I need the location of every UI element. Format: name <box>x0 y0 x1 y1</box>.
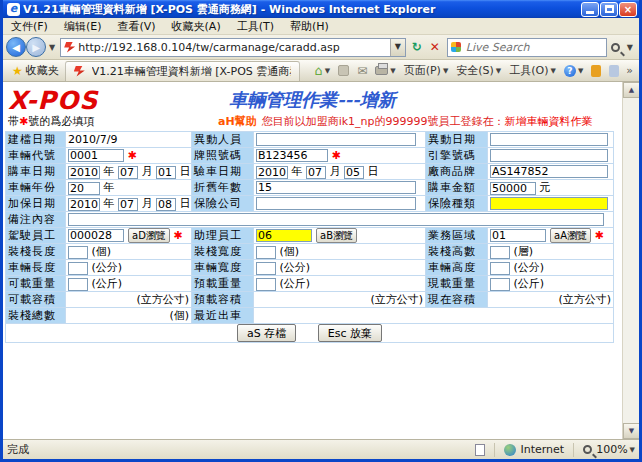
purchase-amount-input[interactable] <box>490 182 536 195</box>
vehicle-length-input[interactable] <box>68 262 88 275</box>
inspect-year-input[interactable] <box>256 166 288 179</box>
scroll-up-icon[interactable]: ▲ <box>623 82 639 98</box>
insure-day-input[interactable] <box>156 198 176 211</box>
menu-tools[interactable]: 工具(T) <box>229 19 282 34</box>
asp-page-icon <box>64 42 75 53</box>
address-bar: ▼ <box>60 38 406 57</box>
required-mark: ✱ <box>128 149 137 162</box>
menu-edit[interactable]: 编辑(E) <box>56 19 110 34</box>
label-vehicle-code: 車輛代號 <box>6 148 66 164</box>
stop-icon[interactable]: ✕ <box>426 38 444 57</box>
cancel-button[interactable]: Esc 放棄 <box>318 324 382 342</box>
assistant-input[interactable] <box>256 229 312 242</box>
help-link[interactable]: aH幫助 <box>218 115 257 128</box>
unit-layer: (層) <box>514 245 534 258</box>
pallet-height-input[interactable] <box>490 246 510 259</box>
purchase-year-input[interactable] <box>68 166 100 179</box>
insure-year-input[interactable] <box>68 198 100 211</box>
zoom-control[interactable]: 100% ▼ <box>579 443 635 456</box>
insure-month-input[interactable] <box>118 198 138 211</box>
purchase-month-input[interactable] <box>118 166 138 179</box>
feeds-button[interactable] <box>334 65 353 76</box>
modify-date-input[interactable] <box>490 133 608 146</box>
menu-help[interactable]: 帮助(H) <box>282 19 337 34</box>
depreciation-input[interactable] <box>256 181 416 194</box>
extra-button-2[interactable] <box>605 65 623 77</box>
search-input[interactable] <box>464 40 613 55</box>
close-button[interactable]: × <box>619 2 637 17</box>
address-dropdown-icon[interactable]: ▼ <box>390 39 405 56</box>
toolbar-overflow-icon[interactable]: » <box>623 64 636 77</box>
history-dropdown-icon[interactable]: ▼ <box>46 43 58 52</box>
insurer-input[interactable] <box>256 197 416 210</box>
unit-year: 年 <box>104 165 115 178</box>
unit-piece: (個) <box>280 245 300 258</box>
tab-bar: ★ 收藏夹 V1.21車輛管理資料新增 [X-POS 雲通商務網] ⌂▼ ✉ ▼… <box>3 60 639 82</box>
purchase-day-input[interactable] <box>156 166 176 179</box>
login-status-line: aH幫助您目前以加盟商ik1_np的999999號員工登錄在：新增車輛資料作業 <box>218 114 593 129</box>
refresh-icon[interactable]: ↻ <box>408 38 426 57</box>
safety-menu[interactable]: 安全(S)▼ <box>452 63 505 78</box>
assistant-browse-button[interactable]: aB瀏覽 <box>316 228 357 243</box>
search-dropdown-icon[interactable]: ▼ <box>624 43 636 52</box>
current-weight-input[interactable] <box>490 278 510 291</box>
load-weight-input[interactable] <box>68 278 88 291</box>
table-row: 車輛代號 ✱ 牌照號碼 ✱ 引擎號碼 <box>6 148 614 164</box>
preload-weight-input[interactable] <box>256 278 276 291</box>
page-menu[interactable]: 页面(P)▼ <box>400 63 453 78</box>
vehicle-width-input[interactable] <box>256 262 276 275</box>
menu-favorites[interactable]: 收藏夹(A) <box>164 19 229 34</box>
table-row: 備注內容 <box>6 212 614 228</box>
vehicle-code-input[interactable] <box>68 149 124 162</box>
inspect-day-input[interactable] <box>344 166 364 179</box>
required-note: 带✱號的爲必填項 <box>8 114 94 129</box>
back-button[interactable]: ◀ <box>6 37 26 57</box>
print-button[interactable]: ▼ <box>371 66 399 75</box>
table-row: 車輛長度 (公分) 車輛寬度 (公分) 車輛高度 (公分) <box>6 260 614 276</box>
zoom-dropdown-icon[interactable]: ▼ <box>630 446 635 454</box>
label-brand: 廠商品牌 <box>426 164 488 180</box>
unit-cm: (公分) <box>280 261 311 274</box>
unit-day: 日 <box>180 197 191 210</box>
unit-yuan: 元 <box>540 181 551 194</box>
help-button[interactable]: ?▼ <box>560 65 587 77</box>
read-mail-button[interactable]: ✉ <box>353 64 371 78</box>
region-input[interactable] <box>490 229 546 242</box>
insurance-type-input[interactable] <box>490 197 608 210</box>
home-button[interactable]: ⌂▼ <box>311 63 335 78</box>
modify-person-input[interactable] <box>256 133 416 146</box>
brand-input[interactable] <box>490 165 608 178</box>
tools-menu[interactable]: 工具(O)▼ <box>505 63 560 78</box>
menu-view[interactable]: 查看(V) <box>109 19 163 34</box>
driver-browse-button[interactable]: aD瀏覽 <box>128 228 170 243</box>
vertical-scrollbar[interactable]: ▲ ▼ <box>622 82 639 439</box>
inspect-month-input[interactable] <box>306 166 326 179</box>
engine-no-input[interactable] <box>490 149 608 162</box>
extra-button-1[interactable] <box>587 65 605 77</box>
unit-cm: (公分) <box>514 261 545 274</box>
favorites-star-icon: ★ <box>12 64 23 78</box>
navigation-bar: ◀ ▶ ▼ ▼ ↻ ✕ ▼ <box>3 35 639 60</box>
active-tab[interactable]: V1.21車輛管理資料新增 [X-POS 雲通商務網] <box>65 61 300 81</box>
address-input[interactable] <box>78 40 390 55</box>
save-button[interactable]: aS 存檔 <box>237 324 296 342</box>
vehicle-height-input[interactable] <box>490 262 510 275</box>
plate-no-input[interactable] <box>256 149 328 162</box>
required-mark: ✱ <box>594 229 603 242</box>
table-row: 加保日期 年 月 日 保險公司 保險種類 <box>6 196 614 212</box>
pallet-length-input[interactable] <box>68 246 88 259</box>
region-browse-button[interactable]: aA瀏覽 <box>550 228 591 243</box>
maximize-button[interactable] <box>600 2 618 17</box>
menu-file[interactable]: 文件(F) <box>3 19 56 34</box>
driver-input[interactable] <box>68 229 124 242</box>
pallet-width-input[interactable] <box>256 246 276 259</box>
minimize-button[interactable] <box>581 2 599 17</box>
favorites-button[interactable]: ★ 收藏夹 <box>6 63 65 78</box>
search-icon[interactable] <box>611 43 620 52</box>
unit-month: 月 <box>142 165 153 178</box>
label-driver: 駕駛員工 <box>6 228 66 244</box>
forward-button[interactable]: ▶ <box>26 37 46 57</box>
remark-input[interactable] <box>68 213 604 226</box>
scroll-down-icon[interactable]: ▼ <box>623 423 639 439</box>
vehicle-year-input[interactable] <box>68 182 100 195</box>
